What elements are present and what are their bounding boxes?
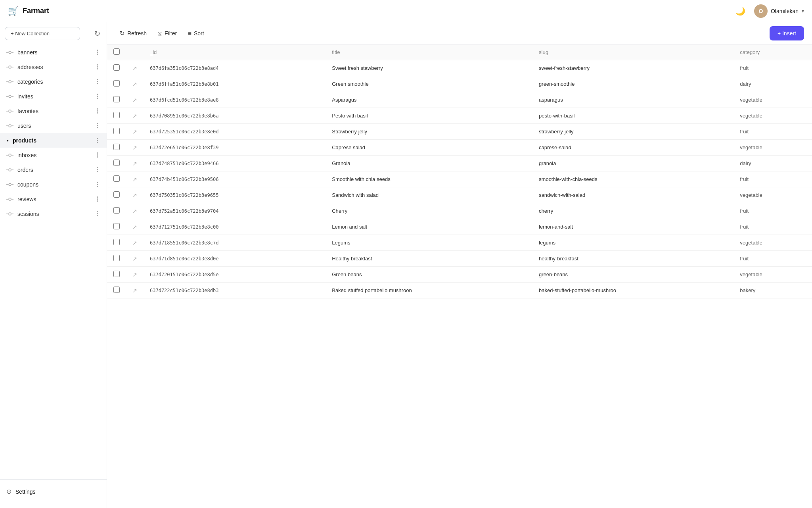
expand-icon[interactable]: ↗ bbox=[132, 208, 137, 214]
expand-icon[interactable]: ↗ bbox=[132, 65, 137, 71]
sidebar-item-reviews[interactable]: reviews bbox=[0, 192, 107, 206]
row-checkbox[interactable] bbox=[113, 175, 120, 182]
row-checkbox[interactable] bbox=[113, 255, 120, 261]
sidebar-item-label: categories bbox=[17, 79, 43, 85]
sidebar-more-button[interactable] bbox=[94, 64, 100, 70]
cell-title: Healthy breakfast bbox=[326, 251, 532, 267]
sidebar-more-button[interactable] bbox=[94, 181, 100, 188]
row-checkbox[interactable] bbox=[113, 239, 120, 245]
topbar: 🛒 Farmart 🌙 O Olamilekan ▾ bbox=[0, 0, 812, 22]
row-checkbox[interactable] bbox=[113, 112, 120, 118]
row-checkbox[interactable] bbox=[113, 64, 120, 71]
sidebar-item-banners[interactable]: banners bbox=[0, 45, 107, 60]
settings-icon: ⊙ bbox=[6, 488, 11, 495]
sidebar-item-label: addresses bbox=[17, 64, 43, 70]
sidebar-more-button[interactable] bbox=[94, 49, 100, 56]
cell-title: Green smoothie bbox=[326, 76, 532, 92]
user-section[interactable]: O Olamilekan ▾ bbox=[754, 4, 804, 18]
cell-id: 637d6fa351c06c722b3e8ad4 bbox=[144, 60, 326, 76]
expand-icon[interactable]: ↗ bbox=[132, 113, 137, 119]
col-title-header[interactable]: title bbox=[326, 44, 532, 60]
sidebar-more-button[interactable] bbox=[94, 166, 100, 173]
sidebar-item-left: ●products bbox=[6, 137, 36, 144]
sidebar-item-categories[interactable]: categories bbox=[0, 74, 107, 89]
sort-label: Sort bbox=[194, 30, 204, 37]
collection-icon bbox=[6, 93, 13, 100]
row-checkbox[interactable] bbox=[113, 160, 120, 166]
sidebar-more-button[interactable] bbox=[94, 122, 100, 129]
expand-cell: ↗ bbox=[126, 203, 144, 219]
svg-point-31 bbox=[9, 213, 11, 215]
toolbar: ↻ Refresh ⧖ Filter ≡ Sort + Insert bbox=[107, 22, 812, 44]
filter-button[interactable]: ⧖ Filter bbox=[153, 27, 182, 40]
data-table: _id title slug category ↗637d6fa351c06c7… bbox=[107, 44, 812, 298]
sidebar-item-users[interactable]: users bbox=[0, 118, 107, 133]
sidebar-item-sessions[interactable]: sessions bbox=[0, 206, 107, 221]
row-checkbox[interactable] bbox=[113, 287, 120, 293]
expand-icon[interactable]: ↗ bbox=[132, 256, 137, 262]
sidebar-refresh-button[interactable]: ↻ bbox=[93, 28, 102, 40]
sidebar-more-button[interactable] bbox=[94, 196, 100, 202]
cell-category: bakery bbox=[733, 283, 812, 298]
cell-slug: sweet-fresh-stawberry bbox=[532, 60, 733, 76]
sidebar-item-products[interactable]: ●products bbox=[0, 133, 107, 148]
sidebar-more-button[interactable] bbox=[94, 78, 100, 85]
col-category-header[interactable]: category bbox=[733, 44, 812, 60]
cell-slug: legums bbox=[532, 235, 733, 251]
sidebar-item-coupons[interactable]: coupons bbox=[0, 177, 107, 192]
sidebar-item-addresses[interactable]: addresses bbox=[0, 60, 107, 74]
sidebar-item-invites[interactable]: invites bbox=[0, 89, 107, 104]
expand-icon[interactable]: ↗ bbox=[132, 97, 137, 103]
sort-button[interactable]: ≡ Sort bbox=[183, 27, 209, 40]
sidebar-item-favorites[interactable]: favorites bbox=[0, 104, 107, 118]
collection-icon bbox=[6, 64, 13, 70]
sidebar-more-button[interactable] bbox=[94, 137, 100, 144]
sidebar-more-button[interactable] bbox=[94, 152, 100, 158]
expand-icon[interactable]: ↗ bbox=[132, 129, 137, 135]
sidebar-more-button[interactable] bbox=[94, 93, 100, 100]
col-checkbox bbox=[107, 44, 126, 60]
select-all-checkbox[interactable] bbox=[113, 48, 120, 55]
insert-button[interactable]: + Insert bbox=[770, 26, 804, 40]
expand-icon[interactable]: ↗ bbox=[132, 160, 137, 167]
table-row: ↗637d748751c06c722b3e9466Granolagranolad… bbox=[107, 156, 812, 171]
sidebar-item-settings[interactable]: ⊙ Settings bbox=[6, 485, 100, 498]
refresh-button[interactable]: ↻ Refresh bbox=[115, 27, 151, 40]
new-collection-button[interactable]: + New Collection bbox=[5, 27, 80, 40]
expand-icon[interactable]: ↗ bbox=[132, 224, 137, 230]
dark-mode-button[interactable]: 🌙 bbox=[733, 4, 748, 18]
row-checkbox[interactable] bbox=[113, 80, 120, 87]
sidebar-item-orders[interactable]: orders bbox=[0, 162, 107, 177]
expand-icon[interactable]: ↗ bbox=[132, 192, 137, 198]
row-checkbox-cell bbox=[107, 140, 126, 156]
expand-icon[interactable]: ↗ bbox=[132, 287, 137, 294]
expand-cell: ↗ bbox=[126, 156, 144, 171]
expand-icon[interactable]: ↗ bbox=[132, 81, 137, 87]
expand-icon[interactable]: ↗ bbox=[132, 176, 137, 183]
table-row: ↗637d708951c06c722b3e8b6aPesto with basi… bbox=[107, 108, 812, 124]
expand-cell: ↗ bbox=[126, 219, 144, 235]
sidebar-more-button[interactable] bbox=[94, 108, 100, 114]
col-id-header[interactable]: _id bbox=[144, 44, 326, 60]
sidebar-item-left: users bbox=[6, 123, 31, 129]
expand-icon[interactable]: ↗ bbox=[132, 240, 137, 246]
row-checkbox[interactable] bbox=[113, 128, 120, 134]
expand-icon[interactable]: ↗ bbox=[132, 271, 137, 278]
col-slug-header[interactable]: slug bbox=[532, 44, 733, 60]
cell-id: 637d72e651c06c722b3e8f39 bbox=[144, 140, 326, 156]
expand-icon[interactable]: ↗ bbox=[132, 144, 137, 151]
row-checkbox[interactable] bbox=[113, 223, 120, 229]
row-checkbox[interactable] bbox=[113, 271, 120, 277]
cell-title: Green beans bbox=[326, 267, 532, 283]
sidebar-header: + New Collection ↻ bbox=[0, 27, 107, 45]
row-checkbox[interactable] bbox=[113, 144, 120, 150]
sidebar-more-button[interactable] bbox=[94, 210, 100, 217]
row-checkbox[interactable] bbox=[113, 207, 120, 214]
row-checkbox[interactable] bbox=[113, 191, 120, 198]
row-checkbox[interactable] bbox=[113, 96, 120, 102]
sidebar-item-inboxes[interactable]: inboxes bbox=[0, 148, 107, 162]
col-expand bbox=[126, 44, 144, 60]
content: ↻ Refresh ⧖ Filter ≡ Sort + Insert bbox=[107, 22, 812, 508]
table-container: _id title slug category ↗637d6fa351c06c7… bbox=[107, 44, 812, 508]
table-row: ↗637d6ffa51c06c722b3e8b01Green smoothieg… bbox=[107, 76, 812, 92]
